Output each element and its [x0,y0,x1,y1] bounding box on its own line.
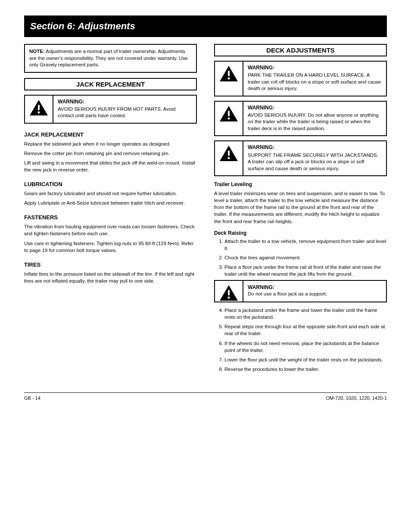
warning-triangle-icon [219,65,239,82]
section-header-deck: DECK ADJUSTMENTS [214,44,387,56]
warning-text: Do not use a floor jack as a support. [248,291,382,298]
warning-icon-cell [215,141,243,175]
svg-rect-6 [228,150,230,156]
subhead-tires: TIRES [24,261,197,268]
warning-icon-cell [215,281,243,302]
list-item: Reverse the procedures to lower the trai… [224,366,387,373]
list-item: Attach the trailer to a tow vehicle, rem… [224,238,387,252]
warning-box-floor-jack: WARNING: Do not use a floor jack as a su… [214,280,387,302]
body-text: Lift and swing in a movement that slides… [24,159,197,173]
svg-point-7 [228,157,230,159]
list-item: Chock the tires against movement. [224,254,387,261]
subhead-lubrication: LUBRICATION [24,181,197,187]
warning-icon-cell [215,102,243,136]
list-item: Repeat steps one through four at the opp… [224,323,387,337]
note-label: NOTE: [29,49,45,54]
svg-rect-2 [228,71,230,76]
body-text: Replace the sidewind jack when it no lon… [24,140,197,147]
left-column: NOTE: Adjustments are a normal part of t… [24,44,197,375]
list-item: Place a floor jack under the frame rail … [224,264,387,277]
section-banner: Section 6: Adjustments [24,16,387,37]
warning-triangle-icon [219,105,239,122]
warning-label: WARNING: [248,104,382,111]
warning-box-jackstands: WARNING: SUPPORT THE FRAME SECURELY WITH… [214,140,387,176]
warning-box-hot-parts: WARNING: AVOID SERIOUS INJURY FROM HOT P… [24,95,197,124]
two-column-layout: NOTE: Adjustments are a normal part of t… [24,44,387,375]
body-text: Use care in tightening fasteners. Tighte… [24,240,197,254]
svg-rect-0 [38,105,40,110]
svg-point-5 [228,117,230,119]
warning-text: AVOID SERIOUS INJURY. Do not allow anyon… [248,112,379,131]
warning-label: WARNING: [248,64,382,71]
page-footer: GB - 14 OM-720, 1020, 1220, 1420-1 [24,392,387,401]
warning-text-cell: WARNING: SUPPORT THE FRAME SECURELY WITH… [243,141,386,175]
svg-point-3 [228,78,230,80]
right-column: DECK ADJUSTMENTS WARNING: PARK THE TRAIL… [214,44,387,375]
warning-text: SUPPORT THE FRAME SECURELY WITH JACKSTAN… [248,152,378,171]
warning-label: WARNING: [248,144,382,151]
svg-point-1 [38,111,40,113]
list-item: Place a jackstand under the frame and lo… [224,307,387,320]
warning-text-cell: WARNING: AVOID SERIOUS INJURY FROM HOT P… [53,96,196,123]
subhead-deck-raising: Deck Raising [214,230,387,236]
subhead-fasteners: FASTENERS [24,214,197,221]
subhead-trailer-leveling: Trailer Leveling [214,181,387,187]
subhead-jack-replacement: JACK REPLACEMENT [24,131,197,138]
note-box: NOTE: Adjustments are a normal part of t… [24,44,197,73]
warning-icon-cell [25,96,53,123]
warning-text-cell: WARNING: PARK THE TRAILER ON A HARD LEVE… [243,62,386,96]
body-text: A level trailer minimizes wear on tires … [214,190,387,224]
warning-triangle-icon [219,145,239,162]
warning-label: WARNING: [58,98,192,105]
body-text: Inflate tires to the pressure listed on … [24,271,197,284]
warning-text: AVOID SERIOUS INJURY FROM HOT PARTS. Avo… [58,106,175,118]
list-item: Lower the floor jack until the weight of… [224,356,387,363]
warning-label: WARNING: [248,284,382,291]
steps-list-2: Place a jackstand under the frame and lo… [224,307,387,373]
footer-doc-id: OM-720, 1020, 1220, 1420-1 [326,395,387,401]
warning-text-cell: WARNING: Do not use a floor jack as a su… [243,281,386,302]
section-header-jack: JACK REPLACEMENT [24,78,197,90]
warning-text-cell: WARNING: AVOID SERIOUS INJURY. Do not al… [243,102,386,136]
body-text: Apply Lubriplate or Anti-Seize lubricant… [24,199,197,206]
warning-icon-cell [215,62,243,96]
svg-point-9 [228,297,230,299]
body-text: Gears are factory lubricated and should … [24,190,197,197]
footer-page-number: GB - 14 [24,395,40,401]
body-text: The vibration from hauling equipment ove… [24,223,197,237]
svg-rect-8 [228,290,230,296]
warning-text: PARK THE TRAILER ON A HARD LEVEL SURFACE… [248,72,381,91]
warning-box-level-surface: WARNING: PARK THE TRAILER ON A HARD LEVE… [214,61,387,96]
warning-triangle-icon [219,284,239,302]
svg-rect-4 [228,111,230,116]
list-item: If the wheels do not need removal, place… [224,340,387,354]
warning-triangle-icon [29,99,49,116]
steps-list-1: Attach the trailer to a tow vehicle, rem… [224,238,387,277]
note-text: Adjustments are a normal part of trailer… [29,49,188,67]
body-text: Remove the cotter pin from retaining pin… [24,150,197,157]
warning-box-avoid-injury: WARNING: AVOID SERIOUS INJURY. Do not al… [214,101,387,137]
section-title: Section 6: Adjustments [30,21,381,32]
